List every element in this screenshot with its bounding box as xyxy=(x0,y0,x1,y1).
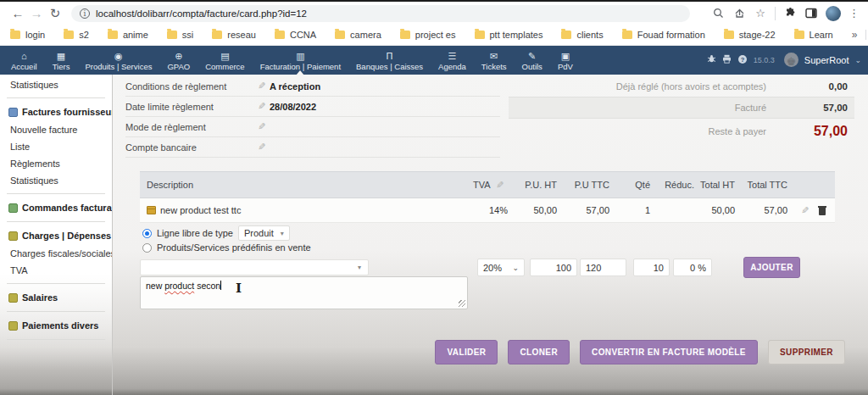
help-icon[interactable]: ? xyxy=(737,54,748,66)
sidebar-separator xyxy=(7,221,105,222)
browser-menu-icon[interactable]: ⋮ xyxy=(849,7,860,19)
mrp-icon: ⊕ xyxy=(175,51,182,61)
sidebar-item-statistiques-2[interactable]: Statistiques xyxy=(0,172,112,189)
share-icon[interactable] xyxy=(732,7,746,20)
line-description-textarea[interactable]: new product secon I xyxy=(140,276,468,309)
free-line-radio[interactable] xyxy=(142,229,152,238)
qty-input[interactable] xyxy=(633,259,670,276)
sidebar-item-charges-fiscales[interactable]: Charges fiscales/sociales xyxy=(0,245,112,262)
edit-pencil-icon[interactable]: ✎ xyxy=(254,121,270,132)
bookmark-item[interactable]: clients xyxy=(561,30,603,40)
bookmark-item[interactable]: anime xyxy=(108,30,148,40)
menu-accueil[interactable]: ⌂Accueil xyxy=(3,47,45,74)
sidebar-item-reglements[interactable]: Règlements xyxy=(0,155,112,172)
bookmark-item[interactable]: s2 xyxy=(64,30,89,40)
version-label: 15.0.3 xyxy=(754,56,775,64)
browser-profile-avatar[interactable] xyxy=(826,6,841,21)
sidebar-header-salaires[interactable]: Salaires xyxy=(0,288,112,307)
delete-line-trash-icon[interactable] xyxy=(818,205,826,215)
menu-gpao[interactable]: ⊕GPAO xyxy=(159,47,198,74)
site-info-icon[interactable]: i xyxy=(80,8,90,19)
user-menu-chevron-icon[interactable]: ⌄ xyxy=(854,56,861,64)
edit-vat-pencil-icon[interactable]: ✎ xyxy=(492,180,508,191)
user-name[interactable]: SuperRoot xyxy=(804,55,849,65)
convert-to-template-button[interactable]: CONVERTIR EN FACTURE MODÈLE xyxy=(580,340,758,364)
bookmark-item[interactable]: CCNA xyxy=(275,30,316,40)
edit-pencil-icon[interactable]: ✎ xyxy=(254,81,270,92)
validate-button[interactable]: VALIDER xyxy=(435,340,498,364)
field-row-compte-bancaire: Compte bancaire ✎ xyxy=(125,137,500,158)
bookmark-star-icon[interactable]: ☆ xyxy=(754,7,767,20)
discount-input[interactable] xyxy=(673,259,712,276)
folder-icon xyxy=(10,31,20,39)
bookmark-item[interactable]: camera xyxy=(335,30,381,40)
bookmark-item[interactable]: reseau xyxy=(212,30,256,40)
textarea-resize-grip[interactable] xyxy=(459,300,465,307)
extensions-puzzle-icon[interactable] xyxy=(783,7,797,20)
bookmark-item[interactable]: login xyxy=(10,30,45,40)
sidebar-item-liste[interactable]: Liste xyxy=(0,138,112,155)
add-line-button[interactable]: AJOUTER xyxy=(743,257,800,278)
menu-facturation-paiement[interactable]: ▥Facturation | Paiement xyxy=(253,47,348,74)
sidebar-header-factures-fournisseur[interactable]: Factures fournisseur xyxy=(0,103,112,121)
edit-pencil-icon[interactable]: ✎ xyxy=(254,101,270,112)
toolbar-divider xyxy=(775,7,776,20)
delete-button[interactable]: SUPPRIMER xyxy=(768,340,845,364)
predefined-products-radio[interactable] xyxy=(142,243,152,253)
price-ht-input[interactable] xyxy=(530,259,577,276)
sidebar-item-nouvelle-facture[interactable]: Nouvelle facture xyxy=(0,121,112,138)
folder-icon xyxy=(108,31,118,39)
bookmark-item[interactable]: project es xyxy=(400,30,456,40)
line-type-select[interactable]: Produit▾ xyxy=(238,225,290,241)
page-content: Statistiques Factures fournisseur Nouvel… xyxy=(0,75,868,395)
bookmark-item[interactable]: Learn xyxy=(794,30,833,40)
user-avatar[interactable]: ♚ xyxy=(784,53,798,67)
menu-tiers[interactable]: ▦Tiers xyxy=(45,47,78,74)
menu-outils[interactable]: ✎Outils xyxy=(515,47,550,74)
back-icon[interactable]: ← xyxy=(8,6,27,20)
bookmark-item[interactable]: ptt templates xyxy=(475,30,543,40)
sidebar-item-tva[interactable]: TVA xyxy=(0,262,112,279)
menu-banques-caisses[interactable]: ΠBanques | Caisses xyxy=(348,47,431,74)
menu-agenda[interactable]: ☰Agenda xyxy=(431,47,474,74)
sidebar-header-commandes-facturables[interactable]: Commandes factura... xyxy=(0,198,112,217)
field-row-conditions: Conditions de règlement ✎ A réception xyxy=(125,76,500,97)
edit-pencil-icon[interactable]: ✎ xyxy=(254,142,270,153)
bookmarks-overflow-chevron[interactable]: » xyxy=(852,29,858,41)
print-icon[interactable] xyxy=(722,54,732,65)
edit-line-pencil-icon[interactable]: ✎ xyxy=(798,205,813,216)
clone-button[interactable]: CLONER xyxy=(508,340,570,364)
free-line-radio-row: Ligne libre de type Produit▾ xyxy=(142,225,290,241)
svg-text:?: ? xyxy=(741,55,745,63)
bookmarks-bar: login s2 anime ssi reseau CCNA camera pr… xyxy=(0,25,868,46)
menu-pdv[interactable]: ▣PdV xyxy=(550,47,581,74)
field-row-mode-reglement: Mode de règlement ✎ xyxy=(125,117,500,137)
menu-tickets[interactable]: ✉Tickets xyxy=(474,47,515,74)
sidebar-item-statistiques[interactable]: Statistiques xyxy=(0,76,112,93)
product-picker-select[interactable]: ▾ xyxy=(140,259,369,275)
bookmark-item[interactable]: Fouad formation xyxy=(622,30,705,40)
sidebar-separator xyxy=(7,283,105,284)
sidebar-header-paiements-divers[interactable]: Paiements divers xyxy=(0,316,112,335)
reload-icon[interactable]: ↻ xyxy=(46,6,64,21)
price-ttc-input[interactable] xyxy=(580,259,626,276)
third-parties-icon: ▦ xyxy=(57,51,65,61)
invoice-line-row[interactable]: new product test ttc 14% 50,00 57,00 1 5… xyxy=(140,198,835,223)
bookmark-item[interactable]: ssi xyxy=(167,30,193,40)
invoice-card-main: Conditions de règlement ✎ A réception Da… xyxy=(114,75,868,395)
bookmark-item[interactable]: stage-22 xyxy=(724,30,776,40)
folder-icon xyxy=(794,31,804,39)
menu-commerce[interactable]: ▤Commerce xyxy=(198,47,252,74)
vat-rate-select[interactable]: 20%⌄ xyxy=(477,259,525,276)
url-text[interactable]: localhost/dolibarr/compta/facture/card.p… xyxy=(96,8,307,19)
menu-produits-services[interactable]: ◉Produits | Services xyxy=(77,47,159,74)
forward-icon[interactable]: → xyxy=(27,6,46,20)
text-caret xyxy=(220,281,221,290)
side-panel-icon[interactable] xyxy=(804,7,818,20)
search-icon[interactable] xyxy=(711,7,725,20)
left-sidebar: Statistiques Factures fournisseur Nouvel… xyxy=(0,75,113,395)
debug-bug-icon[interactable] xyxy=(707,54,716,65)
address-bar[interactable]: i localhost/dolibarr/compta/facture/card… xyxy=(71,5,690,22)
sidebar-header-charges-depenses[interactable]: Charges | Dépenses ... xyxy=(0,226,112,245)
chevron-down-icon: ⌄ xyxy=(512,264,519,272)
